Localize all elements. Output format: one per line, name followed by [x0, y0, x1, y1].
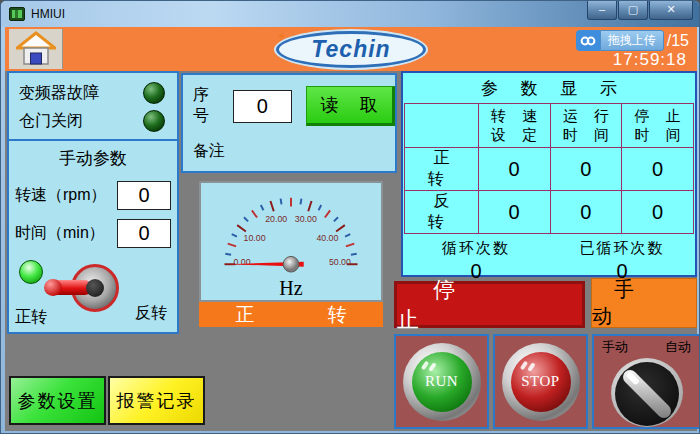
home-icon [16, 31, 56, 67]
window-title: HMIUI [31, 7, 65, 21]
hmi-main: 变频器故障 仓门关闭 手动参数 转速（rpm） 0 时间（min） 0 [5, 71, 697, 431]
serial-label: 序号 [193, 85, 223, 127]
upload-overlay[interactable]: 拖拽上传 /15 [576, 30, 689, 51]
direction-switch-area: 正转 反转 [9, 248, 177, 334]
svg-text:40.00: 40.00 [316, 233, 338, 243]
header-blank-cell [405, 104, 479, 148]
status-row-inverter: 变频器故障 [9, 79, 177, 107]
header-run-time: 运 行 时 间 [550, 104, 622, 148]
drag-upload-button[interactable]: 拖拽上传 [600, 30, 664, 51]
reverse-label: 反转 [135, 303, 167, 324]
clock-display: 17:59:18 [613, 50, 687, 70]
home-button[interactable] [9, 29, 63, 69]
forward-runtime-value: 0 [550, 148, 622, 191]
svg-text:30.00: 30.00 [295, 214, 317, 224]
status-row-door: 仓门关闭 [9, 107, 177, 135]
svg-text:10.00: 10.00 [244, 233, 266, 243]
reverse-runtime-value: 0 [550, 191, 622, 234]
params-title: 参 数 显 示 [403, 73, 695, 103]
table-row-forward: 正 转 0 0 0 [405, 148, 694, 191]
inverter-fault-led [143, 82, 165, 104]
params-panel: 参 数 显 示 转 速 设 定 运 行 时 间 停 止 [401, 71, 697, 277]
netdisk-icon[interactable] [576, 30, 600, 51]
params-header-row: 转 速 设 定 运 行 时 间 停 止 时 间 [405, 104, 694, 148]
selector-manual-label: 手动 [602, 338, 628, 356]
stop-button-label: STOP [511, 352, 571, 412]
forward-stoptime-value: 0 [622, 148, 694, 191]
manual-mode-button[interactable]: 手 动 [591, 278, 697, 328]
manual-params-title: 手动参数 [9, 141, 177, 172]
speed-label: 转速（rpm） [15, 185, 107, 206]
hz-gauge: 0.0010.0020.0030.0040.0050.00 [201, 183, 381, 277]
logo-text: Techin [311, 36, 390, 63]
run-button-label: RUN [412, 352, 472, 412]
run-pushbutton[interactable]: RUN [403, 343, 481, 421]
parameter-settings-button[interactable]: 参数设置 [9, 376, 106, 425]
speed-input[interactable]: 0 [117, 181, 171, 210]
door-closed-label: 仓门关闭 [19, 111, 83, 132]
run-button-panel: RUN [394, 334, 489, 429]
done-cycles-label: 已循环次数 [549, 237, 695, 258]
params-table: 转 速 设 定 运 行 时 间 停 止 时 间 正 转 [404, 103, 694, 234]
reverse-row-label: 反 转 [405, 191, 479, 234]
gauge-unit-label: Hz [201, 277, 381, 300]
note-label: 备注 [183, 127, 395, 162]
serial-row: 序号 0 读 取 [183, 75, 395, 127]
read-button[interactable]: 读 取 [306, 86, 395, 126]
forward-speed-value: 0 [478, 148, 550, 191]
alarm-record-button[interactable]: 报警记录 [108, 376, 205, 425]
svg-text:50.00: 50.00 [329, 257, 351, 267]
stop-button[interactable]: 停 止 [394, 281, 585, 328]
reverse-speed-value: 0 [478, 191, 550, 234]
reverse-stoptime-value: 0 [622, 191, 694, 234]
forward-led [19, 260, 43, 284]
selector-auto-label: 自动 [665, 338, 691, 356]
cycles-label: 循环次数 [403, 237, 549, 258]
forward-label: 正转 [15, 307, 47, 328]
inverter-fault-label: 变频器故障 [19, 83, 99, 104]
table-row-reverse: 反 转 0 0 0 [405, 191, 694, 234]
status-block: 变频器故障 仓门关闭 [9, 73, 177, 141]
page-indicator: /15 [667, 32, 689, 50]
stop-pushbutton[interactable]: STOP [502, 343, 580, 421]
svg-text:20.00: 20.00 [265, 214, 287, 224]
maximize-button[interactable]: ▢ [618, 1, 648, 20]
serial-panel: 序号 0 读 取 备注 [181, 73, 397, 173]
direction-toggle-switch[interactable] [71, 264, 119, 312]
speed-field-row: 转速（rpm） 0 [9, 172, 177, 210]
window-controls: – ▢ ✕ [586, 1, 693, 20]
gauge-panel: 0.0010.0020.0030.0040.0050.00 Hz [199, 181, 383, 302]
toggle-lever[interactable] [46, 280, 92, 295]
logo-spark-icon [275, 28, 289, 44]
time-label: 时间（min） [15, 223, 105, 244]
door-closed-led [143, 110, 165, 132]
svg-text:0.00: 0.00 [234, 257, 251, 267]
minimize-button[interactable]: – [587, 1, 617, 20]
header-stop-time: 停 止 时 间 [622, 104, 694, 148]
time-field-row: 时间（min） 0 [9, 210, 177, 248]
close-button[interactable]: ✕ [649, 1, 693, 20]
app-icon [9, 7, 25, 21]
selector-panel: 手动 自动 [592, 334, 700, 429]
serial-input[interactable]: 0 [233, 90, 292, 123]
mode-selector-switch[interactable] [611, 358, 683, 427]
status-panel: 变频器故障 仓门关闭 手动参数 转速（rpm） 0 时间（min） 0 [7, 71, 179, 334]
stop-button-panel: STOP [493, 334, 588, 429]
header-speed-set: 转 速 设 定 [478, 104, 550, 148]
content-area: Techin 拖拽上传 /15 17:59:18 [5, 27, 697, 431]
techin-logo: Techin [276, 31, 426, 68]
time-input[interactable]: 0 [117, 219, 171, 248]
app-window: HMIUI – ▢ ✕ Techin [0, 0, 700, 434]
forward-row-label: 正 转 [405, 148, 479, 191]
header-bar: Techin 拖拽上传 /15 17:59:18 [5, 27, 697, 71]
title-bar[interactable]: HMIUI – ▢ ✕ [1, 1, 699, 27]
selector-labels: 手动 自动 [594, 336, 699, 356]
direction-status-bar: 正 转 [199, 302, 383, 327]
